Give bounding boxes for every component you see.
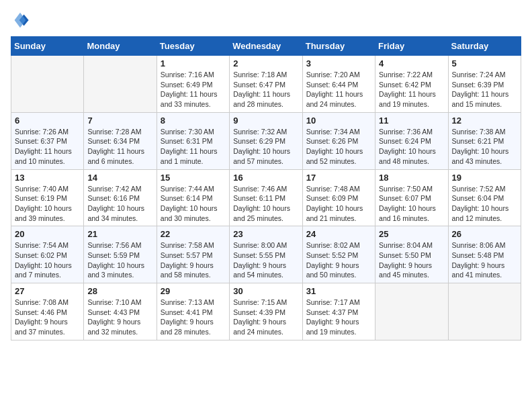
day-info: Sunrise: 7:24 AM Sunset: 6:39 PM Dayligh… [452, 70, 517, 109]
calendar-cell: 17Sunrise: 7:48 AM Sunset: 6:09 PM Dayli… [302, 169, 375, 226]
calendar-cell: 8Sunrise: 7:30 AM Sunset: 6:31 PM Daylig… [157, 112, 229, 169]
calendar-week-row: 13Sunrise: 7:40 AM Sunset: 6:19 PM Dayli… [11, 169, 521, 226]
calendar-cell: 12Sunrise: 7:38 AM Sunset: 6:21 PM Dayli… [448, 112, 521, 169]
day-info: Sunrise: 7:32 AM Sunset: 6:29 PM Dayligh… [233, 127, 298, 167]
calendar-cell: 23Sunrise: 8:00 AM Sunset: 5:55 PM Dayli… [230, 226, 302, 283]
calendar-cell: 30Sunrise: 7:15 AM Sunset: 4:39 PM Dayli… [230, 283, 302, 340]
weekday-header: Thursday [302, 37, 375, 56]
page-header [11, 11, 521, 30]
day-info: Sunrise: 7:10 AM Sunset: 4:43 PM Dayligh… [87, 298, 152, 337]
day-number: 16 [233, 173, 298, 183]
calendar-cell: 19Sunrise: 7:52 AM Sunset: 6:04 PM Dayli… [448, 169, 521, 226]
day-number: 31 [306, 286, 371, 296]
logo [11, 11, 32, 30]
calendar-cell: 7Sunrise: 7:28 AM Sunset: 6:34 PM Daylig… [84, 112, 157, 169]
day-number: 22 [161, 229, 226, 239]
day-number: 29 [161, 286, 226, 296]
calendar-cell: 6Sunrise: 7:26 AM Sunset: 6:37 PM Daylig… [11, 112, 84, 169]
calendar-cell: 14Sunrise: 7:42 AM Sunset: 6:16 PM Dayli… [84, 169, 157, 226]
day-info: Sunrise: 8:02 AM Sunset: 5:52 PM Dayligh… [306, 240, 371, 280]
day-info: Sunrise: 7:56 AM Sunset: 5:59 PM Dayligh… [87, 240, 152, 280]
day-info: Sunrise: 7:58 AM Sunset: 5:57 PM Dayligh… [161, 240, 226, 280]
day-info: Sunrise: 7:08 AM Sunset: 4:46 PM Dayligh… [15, 298, 80, 337]
calendar-cell [11, 56, 84, 113]
calendar-cell: 22Sunrise: 7:58 AM Sunset: 5:57 PM Dayli… [157, 226, 229, 283]
day-info: Sunrise: 7:42 AM Sunset: 6:16 PM Dayligh… [87, 184, 152, 224]
day-info: Sunrise: 7:40 AM Sunset: 6:19 PM Dayligh… [15, 184, 80, 224]
calendar-cell: 1Sunrise: 7:16 AM Sunset: 6:49 PM Daylig… [157, 56, 229, 113]
day-number: 17 [306, 173, 371, 183]
calendar-cell: 13Sunrise: 7:40 AM Sunset: 6:19 PM Dayli… [11, 169, 84, 226]
day-number: 4 [379, 58, 444, 68]
day-info: Sunrise: 7:26 AM Sunset: 6:37 PM Dayligh… [15, 127, 80, 167]
calendar-cell [448, 283, 521, 340]
calendar-cell: 26Sunrise: 8:06 AM Sunset: 5:48 PM Dayli… [448, 226, 521, 283]
calendar-cell: 11Sunrise: 7:36 AM Sunset: 6:24 PM Dayli… [375, 112, 448, 169]
calendar-cell: 5Sunrise: 7:24 AM Sunset: 6:39 PM Daylig… [448, 56, 521, 113]
day-number: 3 [306, 58, 371, 68]
day-info: Sunrise: 7:30 AM Sunset: 6:31 PM Dayligh… [161, 127, 226, 167]
day-number: 12 [452, 116, 517, 126]
day-number: 2 [233, 58, 298, 68]
calendar-cell: 18Sunrise: 7:50 AM Sunset: 6:07 PM Dayli… [375, 169, 448, 226]
day-info: Sunrise: 7:17 AM Sunset: 4:37 PM Dayligh… [306, 298, 371, 337]
day-info: Sunrise: 7:15 AM Sunset: 4:39 PM Dayligh… [233, 298, 298, 337]
day-number: 14 [87, 173, 152, 183]
day-info: Sunrise: 7:52 AM Sunset: 6:04 PM Dayligh… [452, 184, 517, 224]
calendar-cell: 3Sunrise: 7:20 AM Sunset: 6:44 PM Daylig… [302, 56, 375, 113]
day-number: 11 [379, 116, 444, 126]
day-number: 15 [161, 173, 226, 183]
weekday-header: Tuesday [157, 37, 229, 56]
day-number: 8 [161, 116, 226, 126]
day-info: Sunrise: 7:46 AM Sunset: 6:11 PM Dayligh… [233, 184, 298, 224]
weekday-header: Friday [375, 37, 448, 56]
calendar-week-row: 27Sunrise: 7:08 AM Sunset: 4:46 PM Dayli… [11, 283, 521, 340]
calendar-cell: 28Sunrise: 7:10 AM Sunset: 4:43 PM Dayli… [84, 283, 157, 340]
day-info: Sunrise: 8:04 AM Sunset: 5:50 PM Dayligh… [379, 240, 444, 280]
day-info: Sunrise: 7:38 AM Sunset: 6:21 PM Dayligh… [452, 127, 517, 167]
calendar-cell: 21Sunrise: 7:56 AM Sunset: 5:59 PM Dayli… [84, 226, 157, 283]
day-info: Sunrise: 7:36 AM Sunset: 6:24 PM Dayligh… [379, 127, 444, 167]
day-info: Sunrise: 7:18 AM Sunset: 6:47 PM Dayligh… [233, 70, 298, 109]
day-number: 25 [379, 229, 444, 239]
calendar-week-row: 20Sunrise: 7:54 AM Sunset: 6:02 PM Dayli… [11, 226, 521, 283]
weekday-header: Monday [84, 37, 157, 56]
calendar-cell: 16Sunrise: 7:46 AM Sunset: 6:11 PM Dayli… [230, 169, 302, 226]
day-number: 13 [15, 173, 80, 183]
day-info: Sunrise: 7:50 AM Sunset: 6:07 PM Dayligh… [379, 184, 444, 224]
calendar-week-row: 6Sunrise: 7:26 AM Sunset: 6:37 PM Daylig… [11, 112, 521, 169]
day-info: Sunrise: 7:48 AM Sunset: 6:09 PM Dayligh… [306, 184, 371, 224]
day-number: 30 [233, 286, 298, 296]
day-number: 26 [452, 229, 517, 239]
calendar-cell: 4Sunrise: 7:22 AM Sunset: 6:42 PM Daylig… [375, 56, 448, 113]
calendar-table: SundayMondayTuesdayWednesdayThursdayFrid… [11, 36, 521, 340]
weekday-header: Wednesday [230, 37, 302, 56]
calendar-header-row: SundayMondayTuesdayWednesdayThursdayFrid… [11, 37, 521, 56]
day-number: 24 [306, 229, 371, 239]
day-number: 9 [233, 116, 298, 126]
day-number: 5 [452, 58, 517, 68]
calendar-cell: 29Sunrise: 7:13 AM Sunset: 4:41 PM Dayli… [157, 283, 229, 340]
calendar-cell: 9Sunrise: 7:32 AM Sunset: 6:29 PM Daylig… [230, 112, 302, 169]
calendar-cell: 25Sunrise: 8:04 AM Sunset: 5:50 PM Dayli… [375, 226, 448, 283]
day-info: Sunrise: 7:16 AM Sunset: 6:49 PM Dayligh… [161, 70, 226, 109]
day-number: 28 [87, 286, 152, 296]
day-number: 20 [15, 229, 80, 239]
logo-icon [11, 11, 30, 30]
day-number: 18 [379, 173, 444, 183]
day-info: Sunrise: 7:54 AM Sunset: 6:02 PM Dayligh… [15, 240, 80, 280]
day-info: Sunrise: 7:28 AM Sunset: 6:34 PM Dayligh… [87, 127, 152, 167]
day-number: 23 [233, 229, 298, 239]
day-info: Sunrise: 7:22 AM Sunset: 6:42 PM Dayligh… [379, 70, 444, 109]
calendar-cell: 2Sunrise: 7:18 AM Sunset: 6:47 PM Daylig… [230, 56, 302, 113]
day-info: Sunrise: 7:20 AM Sunset: 6:44 PM Dayligh… [306, 70, 371, 109]
day-number: 21 [87, 229, 152, 239]
day-number: 1 [161, 58, 226, 68]
weekday-header: Saturday [448, 37, 521, 56]
day-info: Sunrise: 7:34 AM Sunset: 6:26 PM Dayligh… [306, 127, 371, 167]
weekday-header: Sunday [11, 37, 84, 56]
calendar-cell [375, 283, 448, 340]
calendar-cell [84, 56, 157, 113]
calendar-cell: 15Sunrise: 7:44 AM Sunset: 6:14 PM Dayli… [157, 169, 229, 226]
day-info: Sunrise: 8:00 AM Sunset: 5:55 PM Dayligh… [233, 240, 298, 280]
